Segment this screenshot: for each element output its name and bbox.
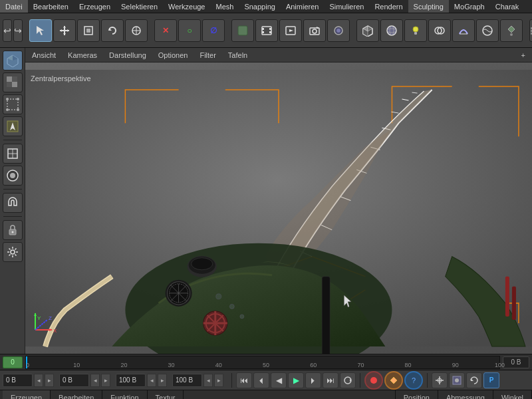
- end-up-arrow[interactable]: ▸: [158, 374, 167, 387]
- goto-start-button[interactable]: ⏮: [236, 372, 252, 388]
- object-axis-button[interactable]: [3, 144, 23, 164]
- film-button[interactable]: [255, 19, 278, 42]
- play-button[interactable]: ▶: [288, 372, 304, 388]
- total-up-arrow[interactable]: ▸: [214, 374, 223, 387]
- play-reverse-button[interactable]: ◀: [271, 372, 287, 388]
- end-down-arrow[interactable]: ◂: [147, 374, 156, 387]
- x-axis-button[interactable]: ✕: [154, 19, 177, 42]
- menu-mesh[interactable]: Mesh: [210, 0, 239, 13]
- fps-up-arrow[interactable]: ▸: [101, 374, 110, 387]
- total-field[interactable]: 100 B: [172, 374, 202, 387]
- bottom-tab-funktion[interactable]: Funktion: [102, 390, 147, 399]
- viewport-optionen[interactable]: Optionen: [156, 51, 191, 59]
- svg-marker-0: [37, 26, 44, 35]
- svg-point-23: [336, 29, 340, 33]
- menu-erzeugen[interactable]: Erzeugen: [74, 0, 116, 13]
- rotate-tool-button[interactable]: [101, 19, 124, 42]
- motion-button[interactable]: [279, 19, 302, 42]
- bottom-tab-abmessung[interactable]: Abmessung: [438, 390, 493, 399]
- frame-down-arrow[interactable]: ◂: [34, 374, 43, 387]
- render-button[interactable]: [327, 19, 350, 42]
- menu-datei[interactable]: Datei: [0, 0, 28, 13]
- bottom-tab-position[interactable]: Position: [396, 390, 438, 399]
- z-axis-button[interactable]: ∅: [202, 19, 225, 42]
- polygon-mode-button[interactable]: [3, 94, 23, 114]
- viewport-tafeln[interactable]: Tafeln: [225, 51, 250, 59]
- lock-button[interactable]: [3, 220, 23, 240]
- undo-button[interactable]: ↩: [3, 19, 12, 42]
- end-frame-field[interactable]: 100 B: [116, 374, 146, 387]
- transform-tool-button[interactable]: [125, 19, 148, 42]
- bottom-tab-textur[interactable]: Textur: [148, 390, 184, 399]
- bottom-tab-winkel[interactable]: Winkel: [493, 390, 532, 399]
- menu-sculpting[interactable]: Sculpting: [408, 0, 449, 13]
- svg-point-28: [387, 26, 396, 35]
- prev-frame-button[interactable]: ⏴: [253, 372, 269, 388]
- rotate-btn[interactable]: [466, 372, 482, 388]
- transport-sep-2: [360, 373, 360, 388]
- loop-button[interactable]: [340, 372, 356, 388]
- camera-button[interactable]: [303, 19, 326, 42]
- sphere-button[interactable]: [380, 19, 403, 42]
- total-down-arrow[interactable]: ◂: [203, 374, 213, 387]
- menu-mograph[interactable]: MoGraph: [449, 0, 490, 13]
- viewport-filter[interactable]: Filter: [197, 51, 218, 59]
- light-mode-icon: [6, 120, 19, 133]
- next-frame-button[interactable]: ⏵: [305, 372, 321, 388]
- current-frame-field[interactable]: 0 B: [3, 374, 33, 387]
- view-cube-button[interactable]: [3, 51, 23, 70]
- checkerboard-button[interactable]: [3, 72, 23, 92]
- scale-tool-button[interactable]: [77, 19, 100, 42]
- snap-button[interactable]: [449, 372, 465, 388]
- settings-button[interactable]: [3, 242, 23, 262]
- menu-bearbeiten[interactable]: Bearbeiten: [28, 0, 74, 13]
- fps-field[interactable]: 0 B: [59, 374, 89, 387]
- select-tool-button[interactable]: [29, 19, 52, 42]
- light-button[interactable]: [404, 19, 427, 42]
- menu-snapping[interactable]: Snapping: [239, 0, 281, 13]
- dynamics-button[interactable]: [500, 19, 523, 42]
- point-button[interactable]: P: [483, 372, 499, 388]
- viewport-plus[interactable]: +: [519, 51, 528, 59]
- viewport[interactable]: Ansicht Kameras Darstellung Optionen Fil…: [25, 48, 532, 354]
- y-axis-button[interactable]: ○: [178, 19, 201, 42]
- info-button[interactable]: ?: [404, 371, 423, 390]
- svg-point-118: [455, 378, 459, 382]
- frame-up-arrow[interactable]: ▸: [45, 374, 54, 387]
- hair-button[interactable]: [476, 19, 499, 42]
- redo-button[interactable]: ↪: [13, 19, 23, 42]
- bottom-divider: [186, 390, 394, 399]
- viewport-darstellung[interactable]: Darstellung: [106, 51, 149, 59]
- object-mode-button[interactable]: [231, 19, 254, 42]
- deformer-button[interactable]: [452, 19, 475, 42]
- bottom-tab-erzeugen[interactable]: Erzeugen: [3, 390, 51, 399]
- record-button[interactable]: [364, 371, 383, 390]
- timeline-track[interactable]: 0 10 20 30 40 50 60 70 80 90 100: [25, 356, 500, 369]
- menu-werkzeuge[interactable]: Werkzeuge: [163, 0, 210, 13]
- camera-axis-button[interactable]: [3, 166, 23, 186]
- goto-end-button[interactable]: ⏭: [323, 372, 338, 388]
- light-mode-button[interactable]: [3, 116, 23, 136]
- settings-icon: [6, 245, 19, 259]
- menu-charak[interactable]: Charak: [490, 0, 524, 13]
- bottom-tab-bearbeiten[interactable]: Bearbeiten: [51, 390, 102, 399]
- menu-selektieren[interactable]: Selektieren: [116, 0, 163, 13]
- viewport-ansicht[interactable]: Ansicht: [29, 51, 59, 59]
- move-tool-button[interactable]: [53, 19, 76, 42]
- viewport-kameras[interactable]: Kameras: [65, 51, 100, 59]
- fps-down-arrow[interactable]: ◂: [90, 374, 100, 387]
- magnet-button[interactable]: [3, 193, 23, 213]
- coord-button[interactable]: [432, 372, 448, 388]
- svg-marker-4: [67, 29, 69, 32]
- svg-text:Zentralperspektive: Zentralperspektive: [31, 74, 91, 82]
- cube-button[interactable]: [356, 19, 379, 42]
- svg-rect-16: [269, 31, 271, 33]
- extra-tool-button[interactable]: [529, 19, 532, 42]
- boole-button[interactable]: [428, 19, 451, 42]
- keyframe-button[interactable]: [384, 371, 403, 390]
- menu-animieren[interactable]: Animieren: [281, 0, 325, 13]
- magnet-icon: [6, 196, 19, 209]
- menu-rendern[interactable]: Rendern: [369, 0, 408, 13]
- menu-simulieren[interactable]: Simulieren: [324, 0, 369, 13]
- polygon-icon: [6, 98, 19, 111]
